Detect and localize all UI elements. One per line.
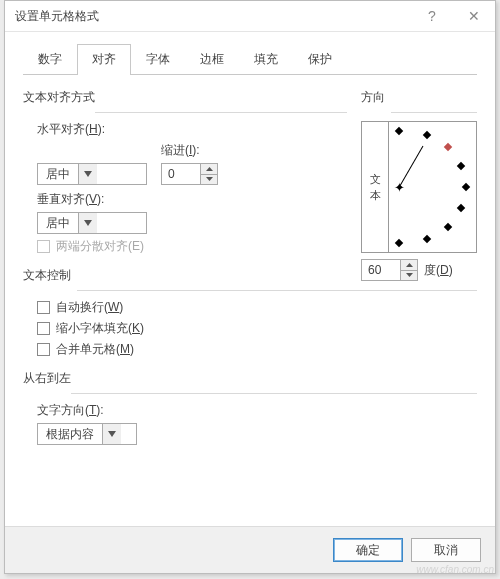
help-icon: ? bbox=[428, 8, 436, 24]
indent-label: 缩进(I): bbox=[161, 142, 218, 159]
right-to-left-group: 从右到左 文字方向(T): 根据内容 bbox=[23, 370, 477, 445]
tab-label: 保护 bbox=[308, 52, 332, 66]
text-direction-combo[interactable]: 根据内容 bbox=[37, 423, 137, 445]
titlebar: 设置单元格格式 ? ✕ bbox=[5, 1, 495, 32]
dial-dot bbox=[423, 235, 431, 243]
dial-dot bbox=[395, 239, 403, 247]
dial-dot bbox=[444, 223, 452, 231]
dial-dot bbox=[462, 183, 470, 191]
ok-button[interactable]: 确定 bbox=[333, 538, 403, 562]
dial-dot bbox=[395, 127, 403, 135]
orientation-title: 方向 bbox=[361, 89, 385, 106]
spin-buttons bbox=[200, 164, 217, 184]
horizontal-align-combo[interactable]: 居中 bbox=[37, 163, 147, 185]
merge-cells-checkbox[interactable]: 合并单元格(M) bbox=[37, 341, 477, 358]
dialog-body: 文本对齐方式 水平对齐(H): 居中 缩进(I): 0 bbox=[5, 75, 495, 527]
vertical-align-combo[interactable]: 居中 bbox=[37, 212, 147, 234]
chevron-down-icon bbox=[78, 164, 97, 184]
checkbox-label: 两端分散对齐(E) bbox=[56, 238, 144, 255]
divider bbox=[71, 393, 477, 394]
text-alignment-title: 文本对齐方式 bbox=[23, 89, 95, 106]
checkbox-label: 缩小字体填充(K) bbox=[56, 320, 144, 337]
checkbox-box bbox=[37, 322, 50, 335]
tab-label: 字体 bbox=[146, 52, 170, 66]
vertical-text-char: 本 bbox=[370, 187, 381, 204]
orientation-dial[interactable]: ✦ bbox=[389, 122, 476, 252]
combo-value: 居中 bbox=[38, 164, 78, 184]
tab-label: 数字 bbox=[38, 52, 62, 66]
indent-spinner[interactable]: 0 bbox=[161, 163, 218, 185]
tab-alignment[interactable]: 对齐 bbox=[77, 44, 131, 75]
spin-up-button[interactable] bbox=[201, 164, 217, 175]
button-label: 取消 bbox=[434, 542, 458, 559]
format-cells-dialog: 设置单元格格式 ? ✕ 数字 对齐 字体 边框 填充 保护 文本对齐方式 水平对… bbox=[4, 0, 496, 574]
tab-label: 填充 bbox=[254, 52, 278, 66]
window-title: 设置单元格格式 bbox=[5, 8, 99, 25]
text-control-group: 文本控制 自动换行(W) 缩小字体填充(K) 合并单元格(M) bbox=[23, 267, 477, 358]
combo-value: 居中 bbox=[38, 213, 78, 233]
divider bbox=[95, 112, 347, 113]
chevron-down-icon bbox=[102, 424, 121, 444]
tab-label: 对齐 bbox=[92, 52, 116, 66]
dial-dot bbox=[444, 143, 452, 151]
vertical-text-char: 文 bbox=[370, 171, 381, 188]
dial-dot bbox=[457, 162, 465, 170]
dial-dot bbox=[457, 204, 465, 212]
spin-value: 0 bbox=[162, 164, 200, 184]
tab-protection[interactable]: 保护 bbox=[293, 44, 347, 75]
help-button[interactable]: ? bbox=[411, 1, 453, 31]
spin-down-button[interactable] bbox=[201, 175, 217, 185]
tab-strip: 数字 对齐 字体 边框 填充 保护 bbox=[5, 32, 495, 75]
checkbox-label: 合并单元格(M) bbox=[56, 341, 134, 358]
divider bbox=[391, 112, 477, 113]
close-icon: ✕ bbox=[468, 8, 480, 24]
orientation-group: 方向 文 本 bbox=[361, 89, 477, 281]
tab-fill[interactable]: 填充 bbox=[239, 44, 293, 75]
dialog-footer: 确定 取消 bbox=[5, 526, 495, 573]
cancel-button[interactable]: 取消 bbox=[411, 538, 481, 562]
text-direction-label: 文字方向(T): bbox=[37, 402, 477, 419]
wrap-text-checkbox[interactable]: 自动换行(W) bbox=[37, 299, 477, 316]
shrink-to-fit-checkbox[interactable]: 缩小字体填充(K) bbox=[37, 320, 477, 337]
dial-dot bbox=[423, 131, 431, 139]
tab-border[interactable]: 边框 bbox=[185, 44, 239, 75]
tab-label: 边框 bbox=[200, 52, 224, 66]
dial-origin-icon: ✦ bbox=[394, 181, 405, 194]
tab-number[interactable]: 数字 bbox=[23, 44, 77, 75]
close-button[interactable]: ✕ bbox=[453, 1, 495, 31]
button-label: 确定 bbox=[356, 542, 380, 559]
divider bbox=[77, 290, 477, 291]
tab-font[interactable]: 字体 bbox=[131, 44, 185, 75]
checkbox-box bbox=[37, 240, 50, 253]
text-control-title: 文本控制 bbox=[23, 267, 71, 284]
right-to-left-title: 从右到左 bbox=[23, 370, 71, 387]
orientation-box: 文 本 ✦ bbox=[361, 121, 477, 253]
checkbox-label: 自动换行(W) bbox=[56, 299, 123, 316]
checkbox-box bbox=[37, 301, 50, 314]
chevron-down-icon bbox=[78, 213, 97, 233]
combo-value: 根据内容 bbox=[38, 424, 102, 444]
vertical-text-button[interactable]: 文 本 bbox=[362, 122, 389, 252]
checkbox-box bbox=[37, 343, 50, 356]
